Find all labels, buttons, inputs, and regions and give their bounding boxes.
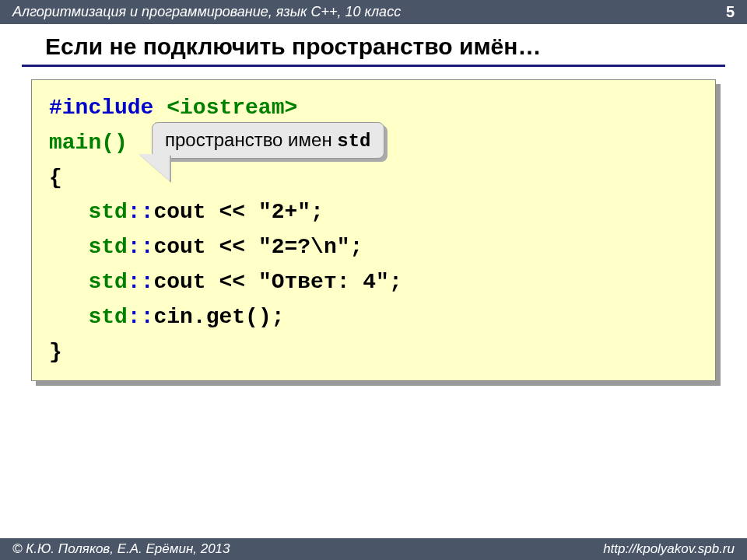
code-wrapper: #include <iostream> main() { std::cout <… bbox=[31, 79, 716, 381]
scope-sep: :: bbox=[128, 305, 154, 329]
callout-tail bbox=[139, 154, 170, 181]
footer-url: http://kpolyakov.spb.ru bbox=[603, 541, 735, 557]
footer-bar: © К.Ю. Поляков, Е.А. Ерёмин, 2013 http:/… bbox=[0, 538, 747, 560]
code-line-6: std::cout << "Ответ: 4"; bbox=[49, 265, 698, 300]
code-line-4: std::cout << "2+"; bbox=[49, 195, 698, 230]
code-rest: cin.get(); bbox=[153, 305, 284, 329]
keyword-std: std bbox=[88, 270, 127, 294]
keyword-main: main() bbox=[49, 131, 128, 155]
keyword-iostream: <iostream> bbox=[167, 96, 297, 120]
callout: пространство имен std bbox=[152, 122, 384, 159]
slide-title: Если не подключить пространство имён… bbox=[22, 24, 725, 67]
callout-text: пространство имен bbox=[165, 129, 337, 150]
keyword-std: std bbox=[88, 305, 127, 329]
code-line-5: std::cout << "2=?\n"; bbox=[49, 230, 698, 265]
footer-authors: © К.Ю. Поляков, Е.А. Ерёмин, 2013 bbox=[12, 541, 230, 557]
callout-box: пространство имен std bbox=[152, 122, 384, 159]
header-bar: Алгоритмизация и программирование, язык … bbox=[0, 0, 747, 24]
keyword-std: std bbox=[88, 200, 127, 224]
course-title: Алгоритмизация и программирование, язык … bbox=[12, 4, 401, 20]
keyword-std: std bbox=[88, 235, 127, 259]
code-rest: cout << "Ответ: 4"; bbox=[153, 270, 402, 294]
scope-sep: :: bbox=[128, 235, 154, 259]
scope-sep: :: bbox=[128, 200, 154, 224]
code-line-1: #include <iostream> bbox=[49, 91, 698, 126]
callout-mono: std bbox=[337, 131, 370, 152]
scope-sep: :: bbox=[128, 270, 154, 294]
code-line-8: } bbox=[49, 335, 698, 370]
keyword-include: #include bbox=[49, 96, 167, 120]
code-rest: cout << "2+"; bbox=[153, 200, 323, 224]
code-line-7: std::cin.get(); bbox=[49, 300, 698, 335]
code-rest: cout << "2=?\n"; bbox=[153, 235, 363, 259]
page-number: 5 bbox=[726, 3, 735, 21]
